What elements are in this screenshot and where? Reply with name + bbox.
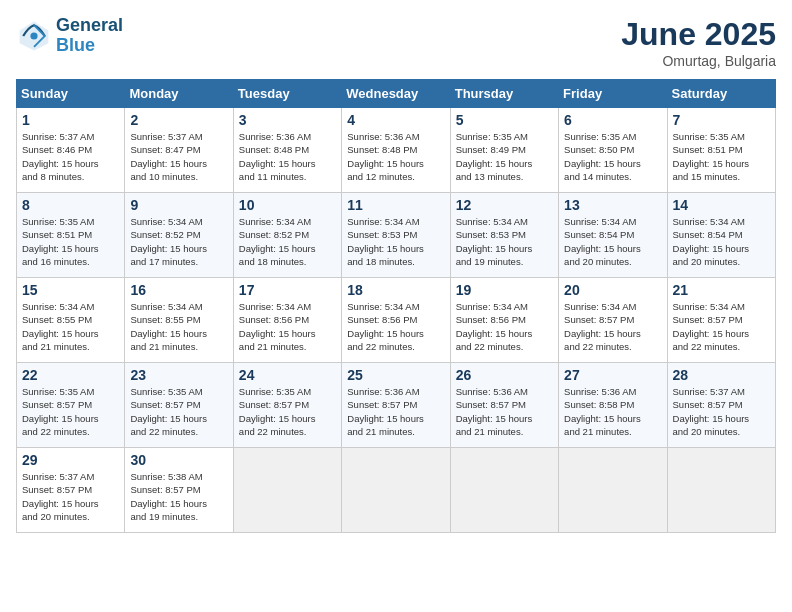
calendar-table: SundayMondayTuesdayWednesdayThursdayFrid… — [16, 79, 776, 533]
day-info: Sunrise: 5:34 AMSunset: 8:56 PMDaylight:… — [239, 300, 336, 353]
day-number: 7 — [673, 112, 770, 128]
month-title: June 2025 — [621, 16, 776, 53]
calendar-cell: 12 Sunrise: 5:34 AMSunset: 8:53 PMDaylig… — [450, 193, 558, 278]
calendar-cell: 14 Sunrise: 5:34 AMSunset: 8:54 PMDaylig… — [667, 193, 775, 278]
calendar-cell: 26 Sunrise: 5:36 AMSunset: 8:57 PMDaylig… — [450, 363, 558, 448]
calendar-cell: 20 Sunrise: 5:34 AMSunset: 8:57 PMDaylig… — [559, 278, 667, 363]
day-info: Sunrise: 5:36 AMSunset: 8:58 PMDaylight:… — [564, 385, 661, 438]
day-info: Sunrise: 5:34 AMSunset: 8:54 PMDaylight:… — [564, 215, 661, 268]
day-info: Sunrise: 5:36 AMSunset: 8:57 PMDaylight:… — [456, 385, 553, 438]
day-number: 29 — [22, 452, 119, 468]
day-info: Sunrise: 5:35 AMSunset: 8:51 PMDaylight:… — [22, 215, 119, 268]
day-info: Sunrise: 5:34 AMSunset: 8:56 PMDaylight:… — [347, 300, 444, 353]
day-number: 2 — [130, 112, 227, 128]
logo-icon — [16, 18, 52, 54]
calendar-cell — [667, 448, 775, 533]
day-number: 28 — [673, 367, 770, 383]
calendar-cell: 16 Sunrise: 5:34 AMSunset: 8:55 PMDaylig… — [125, 278, 233, 363]
column-header-tuesday: Tuesday — [233, 80, 341, 108]
day-number: 19 — [456, 282, 553, 298]
calendar-cell: 3 Sunrise: 5:36 AMSunset: 8:48 PMDayligh… — [233, 108, 341, 193]
calendar-cell: 11 Sunrise: 5:34 AMSunset: 8:53 PMDaylig… — [342, 193, 450, 278]
day-info: Sunrise: 5:34 AMSunset: 8:55 PMDaylight:… — [130, 300, 227, 353]
day-number: 11 — [347, 197, 444, 213]
calendar-cell: 10 Sunrise: 5:34 AMSunset: 8:52 PMDaylig… — [233, 193, 341, 278]
day-info: Sunrise: 5:38 AMSunset: 8:57 PMDaylight:… — [130, 470, 227, 523]
calendar-cell: 25 Sunrise: 5:36 AMSunset: 8:57 PMDaylig… — [342, 363, 450, 448]
day-info: Sunrise: 5:37 AMSunset: 8:57 PMDaylight:… — [22, 470, 119, 523]
header: General Blue June 2025 Omurtag, Bulgaria — [16, 16, 776, 69]
day-info: Sunrise: 5:37 AMSunset: 8:47 PMDaylight:… — [130, 130, 227, 183]
day-number: 27 — [564, 367, 661, 383]
day-info: Sunrise: 5:36 AMSunset: 8:57 PMDaylight:… — [347, 385, 444, 438]
calendar-cell: 15 Sunrise: 5:34 AMSunset: 8:55 PMDaylig… — [17, 278, 125, 363]
day-number: 30 — [130, 452, 227, 468]
logo-text: General Blue — [56, 16, 123, 56]
day-info: Sunrise: 5:35 AMSunset: 8:50 PMDaylight:… — [564, 130, 661, 183]
column-header-saturday: Saturday — [667, 80, 775, 108]
calendar-cell: 29 Sunrise: 5:37 AMSunset: 8:57 PMDaylig… — [17, 448, 125, 533]
day-number: 20 — [564, 282, 661, 298]
calendar-cell: 8 Sunrise: 5:35 AMSunset: 8:51 PMDayligh… — [17, 193, 125, 278]
calendar-cell: 22 Sunrise: 5:35 AMSunset: 8:57 PMDaylig… — [17, 363, 125, 448]
day-number: 23 — [130, 367, 227, 383]
day-number: 15 — [22, 282, 119, 298]
day-number: 1 — [22, 112, 119, 128]
day-info: Sunrise: 5:34 AMSunset: 8:53 PMDaylight:… — [456, 215, 553, 268]
calendar-cell — [342, 448, 450, 533]
day-info: Sunrise: 5:34 AMSunset: 8:56 PMDaylight:… — [456, 300, 553, 353]
day-info: Sunrise: 5:34 AMSunset: 8:54 PMDaylight:… — [673, 215, 770, 268]
calendar-cell: 7 Sunrise: 5:35 AMSunset: 8:51 PMDayligh… — [667, 108, 775, 193]
calendar-cell: 2 Sunrise: 5:37 AMSunset: 8:47 PMDayligh… — [125, 108, 233, 193]
day-number: 26 — [456, 367, 553, 383]
day-number: 17 — [239, 282, 336, 298]
day-number: 18 — [347, 282, 444, 298]
column-header-sunday: Sunday — [17, 80, 125, 108]
calendar-cell: 18 Sunrise: 5:34 AMSunset: 8:56 PMDaylig… — [342, 278, 450, 363]
calendar-cell: 19 Sunrise: 5:34 AMSunset: 8:56 PMDaylig… — [450, 278, 558, 363]
day-number: 10 — [239, 197, 336, 213]
calendar-cell: 5 Sunrise: 5:35 AMSunset: 8:49 PMDayligh… — [450, 108, 558, 193]
calendar-cell: 24 Sunrise: 5:35 AMSunset: 8:57 PMDaylig… — [233, 363, 341, 448]
day-info: Sunrise: 5:35 AMSunset: 8:57 PMDaylight:… — [22, 385, 119, 438]
column-header-monday: Monday — [125, 80, 233, 108]
calendar-cell — [450, 448, 558, 533]
column-header-friday: Friday — [559, 80, 667, 108]
day-number: 5 — [456, 112, 553, 128]
day-info: Sunrise: 5:37 AMSunset: 8:57 PMDaylight:… — [673, 385, 770, 438]
day-number: 22 — [22, 367, 119, 383]
day-info: Sunrise: 5:34 AMSunset: 8:52 PMDaylight:… — [239, 215, 336, 268]
calendar-cell: 4 Sunrise: 5:36 AMSunset: 8:48 PMDayligh… — [342, 108, 450, 193]
day-number: 9 — [130, 197, 227, 213]
logo: General Blue — [16, 16, 123, 56]
svg-point-1 — [30, 32, 37, 39]
day-info: Sunrise: 5:36 AMSunset: 8:48 PMDaylight:… — [347, 130, 444, 183]
day-number: 24 — [239, 367, 336, 383]
day-info: Sunrise: 5:34 AMSunset: 8:57 PMDaylight:… — [673, 300, 770, 353]
calendar-cell: 13 Sunrise: 5:34 AMSunset: 8:54 PMDaylig… — [559, 193, 667, 278]
day-info: Sunrise: 5:35 AMSunset: 8:51 PMDaylight:… — [673, 130, 770, 183]
day-number: 4 — [347, 112, 444, 128]
day-info: Sunrise: 5:36 AMSunset: 8:48 PMDaylight:… — [239, 130, 336, 183]
day-number: 6 — [564, 112, 661, 128]
calendar-cell: 23 Sunrise: 5:35 AMSunset: 8:57 PMDaylig… — [125, 363, 233, 448]
calendar-cell: 1 Sunrise: 5:37 AMSunset: 8:46 PMDayligh… — [17, 108, 125, 193]
day-number: 14 — [673, 197, 770, 213]
day-info: Sunrise: 5:34 AMSunset: 8:55 PMDaylight:… — [22, 300, 119, 353]
day-info: Sunrise: 5:34 AMSunset: 8:53 PMDaylight:… — [347, 215, 444, 268]
day-number: 21 — [673, 282, 770, 298]
title-area: June 2025 Omurtag, Bulgaria — [621, 16, 776, 69]
day-number: 13 — [564, 197, 661, 213]
day-number: 16 — [130, 282, 227, 298]
day-info: Sunrise: 5:34 AMSunset: 8:52 PMDaylight:… — [130, 215, 227, 268]
day-info: Sunrise: 5:34 AMSunset: 8:57 PMDaylight:… — [564, 300, 661, 353]
day-info: Sunrise: 5:35 AMSunset: 8:57 PMDaylight:… — [130, 385, 227, 438]
day-info: Sunrise: 5:37 AMSunset: 8:46 PMDaylight:… — [22, 130, 119, 183]
calendar-cell — [559, 448, 667, 533]
location-subtitle: Omurtag, Bulgaria — [621, 53, 776, 69]
day-info: Sunrise: 5:35 AMSunset: 8:57 PMDaylight:… — [239, 385, 336, 438]
calendar-cell: 21 Sunrise: 5:34 AMSunset: 8:57 PMDaylig… — [667, 278, 775, 363]
calendar-cell: 9 Sunrise: 5:34 AMSunset: 8:52 PMDayligh… — [125, 193, 233, 278]
calendar-cell — [233, 448, 341, 533]
day-number: 8 — [22, 197, 119, 213]
